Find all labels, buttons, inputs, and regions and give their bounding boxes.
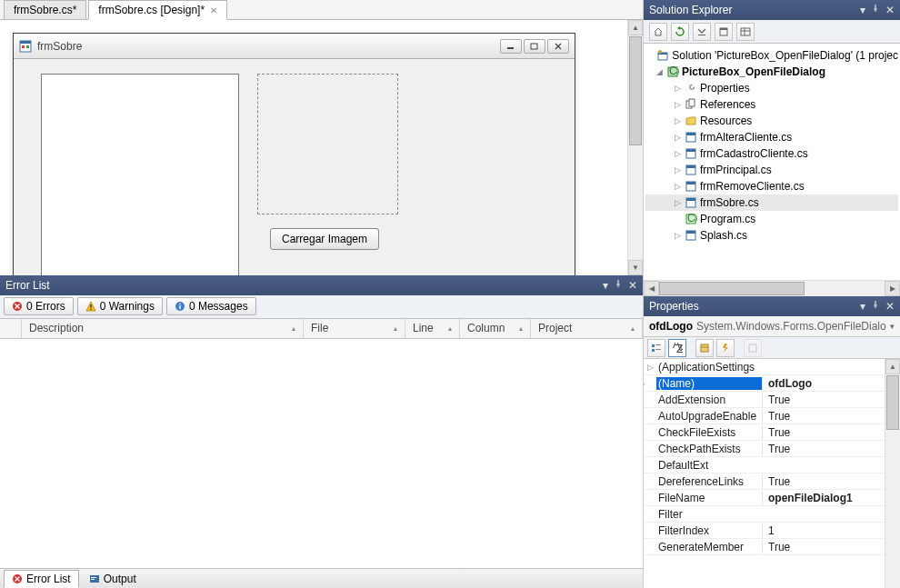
messages-filter[interactable]: 0 Messages	[166, 297, 256, 315]
prop-row[interactable]: FilterIndex1	[644, 523, 900, 539]
svg-rect-23	[91, 577, 96, 578]
se-showall-icon[interactable]	[736, 23, 755, 41]
tree-frmsobre[interactable]: ▷ frmSobre.cs	[645, 194, 898, 211]
tab-design[interactable]: frmSobre.cs [Design]* ✕	[88, 0, 227, 20]
carregar-imagem-button[interactable]: Carregar Imagem	[270, 228, 379, 250]
prop-row[interactable]: ▷(ApplicationSettings	[644, 359, 900, 375]
tree-solution[interactable]: Solution 'PictureBox_OpenFileDialog' (1 …	[645, 47, 898, 64]
chevron-down-icon[interactable]: ▾	[860, 300, 865, 313]
events-icon[interactable]	[716, 339, 735, 357]
properties-grid[interactable]: ▲ ▷(ApplicationSettings(Name)ofdLogoAddE…	[644, 359, 900, 588]
close-icon[interactable]: ✕	[885, 300, 895, 313]
warnings-label: 0 Warnings	[100, 300, 155, 313]
alphabetical-icon[interactable]: AZ	[668, 339, 686, 357]
picturebox[interactable]	[41, 74, 239, 275]
close-icon[interactable]: ✕	[885, 4, 895, 16]
prop-value[interactable]: True	[762, 541, 900, 553]
col-column[interactable]: Column▴	[460, 319, 531, 338]
tab-errorlist[interactable]: Error List	[4, 570, 79, 588]
tree-resources[interactable]: ▷ Resources	[645, 113, 898, 129]
prop-row[interactable]: DereferenceLinksTrue	[644, 473, 900, 490]
se-refresh-icon[interactable]	[671, 23, 689, 41]
warnings-filter[interactable]: 0 Warnings	[77, 297, 163, 315]
tree-frmcadastro[interactable]: ▷ frmCadastroCliente.cs	[645, 145, 898, 162]
prop-row[interactable]: AddExtensionTrue	[644, 392, 900, 408]
prop-name: Filter	[656, 508, 762, 521]
tree-properties[interactable]: ▷ Properties	[645, 80, 898, 96]
carregar-label: Carregar Imagem	[282, 233, 367, 245]
prop-value[interactable]: True	[762, 394, 900, 406]
chevron-down-icon[interactable]: ▾	[890, 322, 895, 331]
prop-value[interactable]: 1	[762, 524, 900, 537]
prop-row[interactable]: CheckFileExistsTrue	[644, 424, 900, 441]
tree-frmprincipal[interactable]: ▷ frmPrincipal.cs	[645, 162, 898, 178]
prop-row[interactable]: AutoUpgradeEnableTrue	[644, 408, 900, 424]
chevron-down-icon[interactable]: ▾	[860, 4, 865, 16]
tree-references[interactable]: ▷ References	[645, 96, 898, 113]
prop-value[interactable]: True	[762, 426, 900, 439]
prop-value[interactable]: True	[762, 475, 900, 488]
col-project[interactable]: Project▴	[531, 319, 643, 338]
property-pages-icon[interactable]	[744, 339, 762, 357]
prop-value[interactable]: ofdLogo	[762, 377, 900, 390]
prop-value[interactable]: True	[762, 443, 900, 455]
designer-surface[interactable]: frmSobre Carregar Imagem Salvar Contém B…	[0, 20, 643, 275]
tree-project[interactable]: ◢ C# PictureBox_OpenFileDialog	[645, 64, 898, 80]
close-icon[interactable]: ✕	[210, 5, 217, 15]
designer-scrollbar[interactable]: ▲ ▼	[627, 20, 643, 275]
tree-splash[interactable]: ▷ Splash.cs	[645, 227, 898, 244]
tab-code[interactable]: frmSobre.cs*	[4, 0, 86, 19]
maximize-icon[interactable]	[524, 39, 545, 54]
tree-frmremove[interactable]: ▷ frmRemoveCliente.cs	[645, 178, 898, 194]
svg-rect-15	[90, 309, 91, 310]
solution-tree[interactable]: Solution 'PictureBox_OpenFileDialog' (1 …	[644, 44, 900, 280]
prop-value[interactable]: openFileDialog1	[762, 492, 900, 504]
prop-row[interactable]: Filter	[644, 506, 900, 523]
col-file[interactable]: File▴	[304, 319, 405, 338]
scroll-left-icon[interactable]: ◀	[644, 281, 659, 296]
scroll-thumb[interactable]	[629, 36, 642, 145]
col-line[interactable]: Line▴	[405, 319, 460, 338]
pin-icon[interactable]	[871, 300, 880, 313]
scroll-up-icon[interactable]: ▲	[885, 359, 900, 374]
se-home-icon[interactable]	[649, 23, 667, 41]
se-properties-icon[interactable]	[715, 23, 733, 41]
errors-filter[interactable]: 0 Errors	[4, 297, 74, 315]
scroll-thumb[interactable]	[886, 375, 899, 430]
hscroll-thumb[interactable]	[659, 282, 805, 295]
prop-row[interactable]: DefaultExt	[644, 457, 900, 473]
prop-row[interactable]: FileNameopenFileDialog1	[644, 490, 900, 506]
close-icon[interactable]: ✕	[628, 279, 637, 292]
scroll-right-icon[interactable]: ▶	[885, 281, 900, 296]
properties-icon[interactable]	[695, 339, 714, 357]
tab-output[interactable]: Output	[81, 570, 145, 588]
pin-icon[interactable]	[871, 4, 880, 16]
props-scrollbar[interactable]: ▲	[885, 359, 900, 588]
prop-row[interactable]: GenerateMemberTrue	[644, 539, 900, 555]
minimize-icon[interactable]	[500, 39, 522, 54]
prop-name: FileName	[656, 492, 762, 504]
prop-row[interactable]: (Name)ofdLogo	[644, 375, 900, 392]
placeholder-box[interactable]	[257, 74, 398, 214]
scroll-down-icon[interactable]: ▼	[628, 260, 643, 275]
form-body[interactable]: Carregar Imagem Salvar Contém Bi	[14, 59, 575, 275]
prop-name: AutoUpgradeEnable	[656, 410, 762, 423]
svg-rect-54	[652, 349, 655, 352]
chevron-down-icon[interactable]: ▾	[603, 279, 608, 292]
col-icon[interactable]	[0, 319, 22, 338]
pin-icon[interactable]	[614, 279, 623, 292]
prop-value[interactable]: True	[762, 410, 900, 423]
col-description[interactable]: Description▴	[22, 319, 304, 338]
messages-label: 0 Messages	[189, 300, 248, 313]
expand-icon[interactable]: ▷	[644, 363, 656, 372]
tree-frmaltera[interactable]: ▷ frmAlteraCliente.cs	[645, 129, 898, 145]
scroll-up-icon[interactable]: ▲	[628, 20, 643, 35]
prop-row[interactable]: CheckPathExistsTrue	[644, 441, 900, 457]
categorized-icon[interactable]	[647, 339, 665, 357]
properties-object-selector[interactable]: ofdLogo System.Windows.Forms.OpenFileDia…	[644, 316, 900, 337]
close-window-icon[interactable]	[547, 39, 569, 54]
se-hscroll[interactable]: ◀ ▶	[644, 280, 900, 296]
se-collapse-icon[interactable]	[693, 23, 711, 41]
tree-program[interactable]: C# Program.cs	[645, 211, 898, 227]
form-window[interactable]: frmSobre Carregar Imagem Salvar Contém B…	[13, 33, 575, 275]
